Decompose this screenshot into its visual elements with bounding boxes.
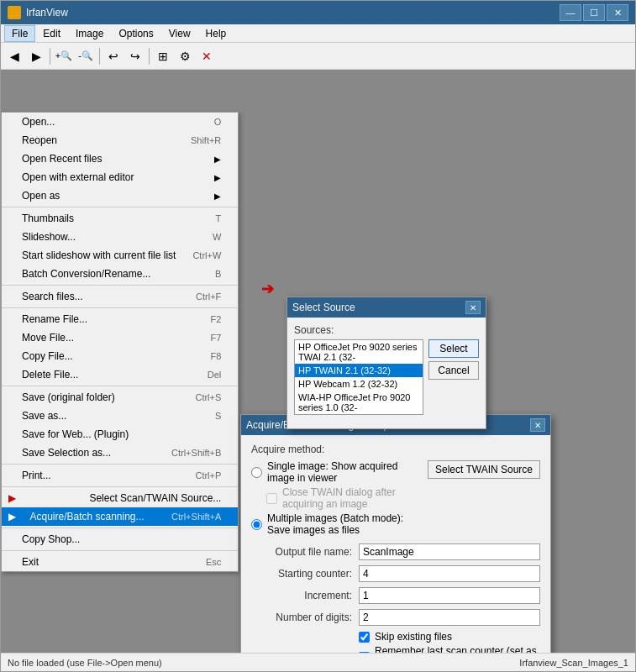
close-twain-row: Close TWAIN dialog after acquiring an im… (266, 486, 428, 510)
content-area: Open... O Reopen Shift+R Open Recent fil… (1, 70, 635, 653)
menu-thumbnails[interactable]: Thumbnails T (2, 209, 238, 228)
remember-last-row: Remember last scan counter (set as start… (359, 645, 540, 653)
menu-options[interactable]: Options (111, 25, 160, 42)
app-name: Irfanview_Scan_Images_1 (519, 658, 628, 668)
menu-file[interactable]: File (4, 25, 35, 42)
single-image-radio[interactable] (251, 467, 262, 478)
skip-existing-label: Skip existing files (375, 631, 452, 643)
sep1 (2, 207, 238, 207)
menu-select-scan[interactable]: ▶ Select Scan/TWAIN Source... (2, 489, 238, 507)
output-file-label: Output file name: (251, 546, 352, 558)
menu-open-recent[interactable]: Open Recent files ▶ (2, 150, 238, 168)
select-source-close[interactable]: ✕ (465, 301, 481, 314)
menu-search-files[interactable]: Search files... Ctrl+F (2, 287, 238, 306)
menu-reopen[interactable]: Reopen Shift+R (2, 131, 238, 150)
menu-image[interactable]: Image (68, 25, 111, 42)
select-source-row: HP OfficeJet Pro 9020 series TWAI 2.1 (3… (294, 339, 479, 422)
toolbar-prev[interactable]: ◀ (4, 46, 24, 66)
menu-open-external[interactable]: Open with external editor ▶ (2, 168, 238, 186)
menu-start-slideshow[interactable]: Start slideshow with current file list C… (2, 246, 238, 265)
sources-list-wrap: HP OfficeJet Pro 9020 series TWAI 2.1 (3… (294, 339, 423, 422)
toolbar-rotate-right[interactable]: ↪ (125, 46, 145, 66)
title-bar-controls: — ☐ ✕ (560, 4, 628, 21)
title-bar-left: IrfanView (8, 6, 68, 19)
toolbar-close[interactable]: ✕ (197, 46, 217, 66)
select-btn[interactable]: Select (428, 339, 479, 358)
app-icon (8, 6, 21, 19)
acquire-method-options: Single image: Show acquired image in vie… (251, 460, 428, 538)
status-text: No file loaded (use File->Open menu) (8, 658, 162, 668)
toolbar-settings[interactable]: ⚙ (175, 46, 195, 66)
menu-acquire-batch[interactable]: ▶ Acquire/Batch scanning... Ctrl+Shift+A (2, 507, 238, 526)
toolbar-sep3 (149, 48, 150, 65)
source-item-0[interactable]: HP OfficeJet Pro 9020 series TWAI 2.1 (3… (295, 340, 423, 364)
acquire-dialog: Acquire/Batch Scanning - Setup ✕ Acquire… (240, 414, 551, 653)
sep8 (2, 550, 238, 551)
sources-list[interactable]: HP OfficeJet Pro 9020 series TWAI 2.1 (3… (294, 339, 423, 415)
number-digits-input[interactable] (359, 609, 540, 626)
menu-copy-shop[interactable]: Copy Shop... (2, 530, 238, 549)
sources-label: Sources: (294, 324, 479, 336)
number-digits-label: Number of digits: (251, 612, 352, 623)
output-file-input[interactable] (359, 543, 540, 560)
remember-last-label: Remember last scan counter (set as start… (375, 645, 540, 653)
output-file-row: Output file name: (251, 543, 540, 560)
source-item-4[interactable]: WIA-HPB8754C (HP OfficeJet Pro 90 1.0 (.… (295, 414, 423, 415)
title-bar: IrfanView — ☐ ✕ (1, 1, 635, 24)
multiple-images-row: Multiple images (Batch mode): Save image… (251, 512, 428, 536)
select-source-title-bar: Select Source ✕ (287, 297, 486, 318)
menu-slideshow[interactable]: Slideshow... W (2, 228, 238, 246)
menu-rename-file[interactable]: Rename File... F2 (2, 310, 238, 328)
multiple-images-radio[interactable] (251, 519, 262, 530)
close-button[interactable]: ✕ (607, 4, 628, 21)
maximize-button[interactable]: ☐ (583, 4, 605, 21)
menu-exit[interactable]: Exit Esc (2, 553, 238, 571)
increment-input[interactable] (359, 587, 540, 604)
source-item-2[interactable]: HP Webcam 1.2 (32-32) (295, 377, 423, 391)
toolbar-next[interactable]: ▶ (26, 46, 46, 66)
menu-help[interactable]: Help (198, 25, 234, 42)
source-item-3[interactable]: WIA-HP OfficeJet Pro 9020 series 1.0 (32… (295, 391, 423, 414)
main-window: IrfanView — ☐ ✕ File Edit Image Options … (0, 0, 636, 672)
menu-save-selection[interactable]: Save Selection as... Ctrl+Shift+B (2, 444, 238, 462)
select-twain-btn[interactable]: Select TWAIN Source (428, 460, 540, 479)
menu-save-as[interactable]: Save as... S (2, 407, 238, 425)
menu-view[interactable]: View (161, 25, 198, 42)
acquire-close-btn[interactable]: ✕ (530, 418, 545, 432)
multiple-images-label: Multiple images (Batch mode): Save image… (267, 512, 428, 536)
sep5 (2, 464, 238, 465)
acquire-method-label: Acquire method: (251, 444, 540, 455)
increment-row: Increment: (251, 587, 540, 604)
close-twain-checkbox[interactable] (266, 493, 277, 504)
number-digits-row: Number of digits: (251, 609, 540, 626)
single-image-label: Single image: Show acquired image in vie… (267, 460, 428, 484)
remember-last-checkbox[interactable] (359, 652, 370, 654)
menu-print[interactable]: Print... Ctrl+P (2, 466, 238, 485)
minimize-button[interactable]: — (560, 4, 581, 21)
menu-edit[interactable]: Edit (35, 25, 68, 42)
starting-counter-input[interactable] (359, 565, 540, 582)
toolbar-zoom-in[interactable]: +🔍 (54, 46, 74, 66)
sep7 (2, 528, 238, 528)
toolbar-sep1 (50, 48, 50, 65)
menu-save-original[interactable]: Save (original folder) Ctrl+S (2, 388, 238, 407)
menu-open[interactable]: Open... O (2, 113, 238, 131)
menu-copy-file[interactable]: Copy File... F8 (2, 347, 238, 365)
sep2 (2, 285, 238, 286)
menu-move-file[interactable]: Move File... F7 (2, 328, 238, 347)
menu-batch-conversion[interactable]: Batch Conversion/Rename... B (2, 265, 238, 283)
toolbar: ◀ ▶ +🔍 -🔍 ↩ ↪ ⊞ ⚙ ✕ (1, 43, 635, 70)
menu-delete-file[interactable]: Delete File... Del (2, 365, 238, 384)
source-cancel-btn[interactable]: Cancel (428, 361, 479, 380)
skip-existing-checkbox[interactable] (359, 632, 370, 643)
starting-counter-label: Starting counter: (251, 568, 352, 580)
status-bar: No file loaded (use File->Open menu) Irf… (1, 653, 635, 671)
source-item-1[interactable]: HP TWAIN 2.1 (32-32) (295, 364, 423, 377)
toolbar-fit[interactable]: ⊞ (153, 46, 173, 66)
toolbar-rotate-left[interactable]: ↩ (103, 46, 124, 66)
menu-save-web[interactable]: Save for Web... (Plugin) (2, 425, 238, 444)
toolbar-zoom-out[interactable]: -🔍 (76, 46, 96, 66)
menu-open-as[interactable]: Open as ▶ (2, 186, 238, 205)
skip-existing-row: Skip existing files (359, 631, 540, 643)
toolbar-sep2 (99, 48, 100, 65)
